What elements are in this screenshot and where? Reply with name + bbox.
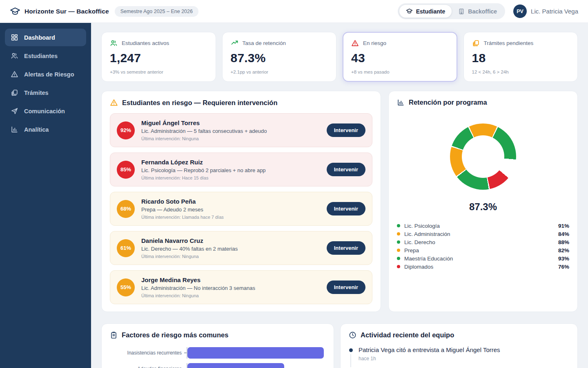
intervene-button[interactable]: Intervenir <box>327 280 365 294</box>
intervene-button[interactable]: Intervenir <box>327 241 365 255</box>
intervene-button[interactable]: Intervenir <box>327 163 365 176</box>
sidebar-item-tramites[interactable]: Trámites <box>5 84 86 101</box>
view-toggle: Estudiante Backoffice <box>398 3 505 19</box>
sidebar-item-label: Comunicación <box>24 108 65 114</box>
sidebar-item-label: Dashboard <box>24 34 55 41</box>
student-name: Fernanda López Ruiz <box>141 159 320 166</box>
risk-row: 55% Jorge Medina Reyes Lic. Administraci… <box>110 270 372 304</box>
legend-dot <box>397 240 400 244</box>
legend-label: Prepa <box>404 247 558 254</box>
send-icon <box>11 107 18 115</box>
activity-time: hace 1h <box>359 356 500 367</box>
activity-panel: Actividad reciente del equipo Patricia V… <box>340 323 578 368</box>
timeline-line <box>350 354 351 367</box>
sidebar-item-label: Analítica <box>24 126 49 133</box>
student-name: Jorge Medina Reyes <box>141 276 320 283</box>
bar-chart-icon <box>397 99 405 106</box>
clock-icon <box>349 331 356 339</box>
bar-row: Adeudos financieros <box>110 363 325 368</box>
bar-label: Adeudos financieros <box>110 366 184 368</box>
student-name: Miguel Ángel Torres <box>141 119 320 126</box>
legend-value: 84% <box>558 231 569 237</box>
risk-row: 85% Fernanda López Ruiz Lic. Psicología … <box>110 153 372 186</box>
legend-value: 76% <box>558 264 569 270</box>
kpi-delta: +3% vs semestre anterior <box>110 70 207 74</box>
retention-panel: Retención por programa 87.3% Lic. Psicol… <box>388 91 578 312</box>
sidebar-item-label: Alertas de Riesgo <box>24 71 74 78</box>
student-last-intervention: Última intervención: Ninguna <box>141 254 320 259</box>
kpi-card[interactable]: Estudiantes activos 1,247 +3% vs semestr… <box>101 32 216 82</box>
brand: Horizonte Sur — Backoffice <box>10 6 109 17</box>
kpi-value: 87.3% <box>231 51 328 65</box>
toggle-estudiante-label: Estudiante <box>416 8 445 15</box>
activity-text: Patricia Vega citó a entrevista a Miguel… <box>359 346 500 353</box>
semester-badge: Semestre Ago 2025 – Ene 2026 <box>115 6 198 17</box>
student-last-intervention: Última intervención: Llamada hace 7 días <box>141 215 320 220</box>
kpi-value: 18 <box>472 51 570 65</box>
top-header: Horizonte Sur — Backoffice Semestre Ago … <box>0 0 588 23</box>
legend-label: Lic. Psicología <box>404 223 558 229</box>
legend-dot <box>397 224 400 227</box>
toggle-backoffice-label: Backoffice <box>468 8 497 15</box>
legend-value: 93% <box>558 256 569 262</box>
kpi-card[interactable]: Tasa de retención 87.3% +2.1pp vs anteri… <box>222 32 337 82</box>
sidebar-item-dashboard[interactable]: Dashboard <box>5 29 86 46</box>
sidebar-item-label: Estudiantes <box>24 53 58 59</box>
grid-icon <box>11 34 18 41</box>
sidebar-item-analitica[interactable]: Analítica <box>5 121 86 138</box>
toggle-backoffice[interactable]: Backoffice <box>452 5 503 18</box>
legend-row: Lic. Derecho 88% <box>397 238 569 246</box>
factors-bar-chart: Inasistencias recurrentes Adeudos financ… <box>110 347 325 368</box>
legend-label: Lic. Administración <box>404 231 558 237</box>
student-last-intervention: Última intervención: Ninguna <box>141 293 320 298</box>
legend-label: Lic. Derecho <box>404 239 558 245</box>
legend-label: Maestría Educación <box>404 256 558 262</box>
alert-triangle-icon <box>110 99 118 107</box>
sidebar-item-alertas[interactable]: Alertas de Riesgo <box>5 65 86 83</box>
avatar[interactable]: PV <box>513 4 527 18</box>
intervene-button[interactable]: Intervenir <box>327 202 365 215</box>
documents-icon <box>11 89 18 96</box>
factor-bar <box>187 363 284 368</box>
student-detail: Prepa — Adeudo 2 meses <box>141 206 320 213</box>
student-detail: Lic. Derecho — 40% faltas en 2 materias <box>141 246 320 252</box>
donut-center-value: 87.3% <box>397 201 569 213</box>
factors-panel: Factores de riesgo más comunes Inasisten… <box>101 323 334 368</box>
sidebar-item-estudiantes[interactable]: Estudiantes <box>5 47 86 65</box>
timeline-dot <box>349 348 353 352</box>
risk-score-badge: 55% <box>117 278 135 296</box>
risk-score-badge: 92% <box>117 121 135 139</box>
student-last-intervention: Última intervención: Ninguna <box>141 136 320 141</box>
panel-title: Actividad reciente del equipo <box>361 331 454 339</box>
risk-row: 61% Daniela Navarro Cruz Lic. Derecho — … <box>110 231 372 265</box>
retention-legend: Lic. Psicología 91% Lic. Administración … <box>397 222 569 271</box>
legend-value: 91% <box>558 223 569 229</box>
toggle-estudiante[interactable]: Estudiante <box>399 5 452 18</box>
kpi-value: 43 <box>351 51 449 65</box>
kpi-card[interactable]: Trámites pendientes 18 12 < 24h, 6 > 24h <box>463 32 578 82</box>
student-detail: Lic. Psicología — Reprobó 2 parciales + … <box>141 167 320 173</box>
kpi-value: 1,247 <box>110 51 207 65</box>
legend-row: Diplomados 76% <box>397 263 569 271</box>
activity-list: Patricia Vega citó a entrevista a Miguel… <box>349 346 569 368</box>
kpi-delta: +8 vs mes pasado <box>351 70 449 74</box>
retention-donut <box>450 123 516 190</box>
risk-score-badge: 61% <box>117 239 135 257</box>
risk-score-badge: 68% <box>117 200 135 218</box>
legend-label: Diplomados <box>404 264 558 270</box>
users-icon <box>110 39 118 47</box>
legend-dot <box>397 257 400 260</box>
risk-row: 68% Ricardo Soto Peña Prepa — Adeudo 2 m… <box>110 192 372 226</box>
risk-list: 92% Miguel Ángel Torres Lic. Administrac… <box>110 113 372 304</box>
student-detail: Lic. Administración — 5 faltas consecuti… <box>141 128 320 134</box>
sidebar-item-comunicacion[interactable]: Comunicación <box>5 102 86 120</box>
intervene-button[interactable]: Intervenir <box>327 123 365 137</box>
kpi-label: En riesgo <box>363 40 386 46</box>
kpi-delta: +2.1pp vs anterior <box>231 70 328 74</box>
kpi-card[interactable]: En riesgo 43 +8 vs mes pasado <box>343 32 457 82</box>
student-name: Ricardo Soto Peña <box>141 198 320 205</box>
risk-panel: Estudiantes en riesgo — Requieren interv… <box>101 91 381 312</box>
legend-dot <box>397 249 400 252</box>
legend-value: 82% <box>558 247 569 254</box>
factor-bar <box>187 347 324 359</box>
